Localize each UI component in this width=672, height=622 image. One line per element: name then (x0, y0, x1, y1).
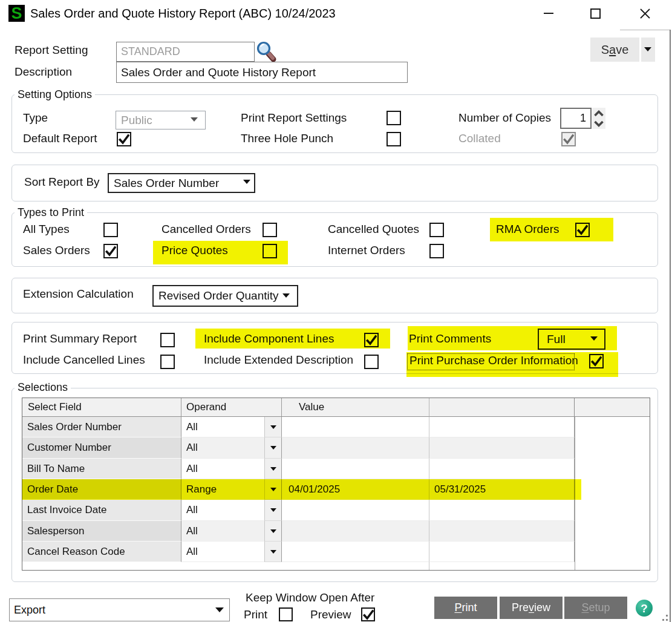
svg-text:?: ? (641, 602, 648, 615)
